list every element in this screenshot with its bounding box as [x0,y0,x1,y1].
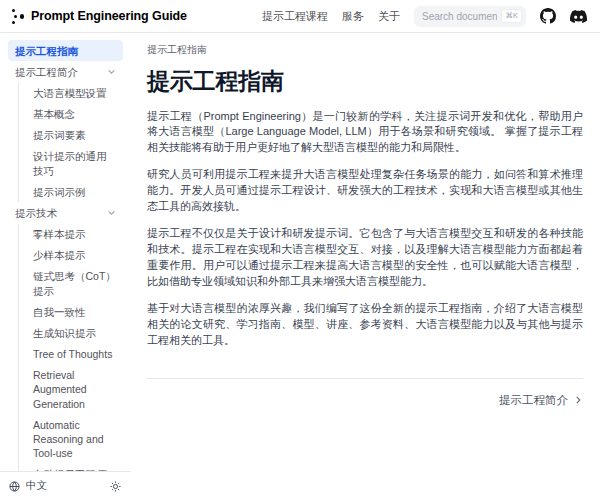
sidebar-item-fewshot[interactable]: 少样本提示 [28,245,123,266]
language-switcher[interactable]: 中文 [9,479,47,493]
search-shortcut-badge: ⌘K [501,9,522,23]
nav-item-services[interactable]: 服务 [342,9,364,24]
sidebar-section-intro-label: 提示工程简介 [15,65,78,79]
sidebar-section-techniques-label: 提示技术 [15,206,57,220]
sidebar-item-consistency[interactable]: 自我一致性 [28,301,123,322]
header-nav: 提示工程课程 服务 关于 ⌘K [262,6,587,27]
home-link[interactable]: Prompt Engineering Guide [11,8,187,24]
main-content: 提示工程指南 提示工程指南 提示工程（Prompt Engineering）是一… [131,33,600,500]
sidebar-item-guide[interactable]: 提示工程指南 [8,40,123,61]
nav-item-course[interactable]: 提示工程课程 [262,9,328,24]
sidebar: 提示工程指南 提示工程简介 大语言模型设置 基本概念 提示词要素 设计提示的通用… [0,33,131,500]
search-field[interactable] [422,11,497,22]
chevron-down-icon [107,67,116,76]
sidebar-section-intro[interactable]: 提示工程简介 [8,61,123,82]
sidebar-item-basics[interactable]: 基本概念 [28,104,123,125]
next-page-label: 提示工程简介 [499,393,568,408]
nav-item-about[interactable]: 关于 [378,9,400,24]
sidebar-item-tips[interactable]: 设计提示的通用技巧 [28,146,123,181]
sidebar-item-elements[interactable]: 提示词要素 [28,125,123,146]
pagination: 提示工程简介 [147,393,583,408]
sidebar-item-llm-settings[interactable]: 大语言模型设置 [28,82,123,103]
next-page-link[interactable]: 提示工程简介 [499,393,583,408]
theme-toggle[interactable] [110,481,121,492]
sidebar-section-techniques[interactable]: 提示技术 [8,202,123,223]
header: Prompt Engineering Guide 提示工程课程 服务 关于 ⌘K [0,0,600,33]
intro-paragraph-4: 基于对大语言模型的浓厚兴趣，我们编写了这份全新的提示工程指南，介绍了大语言模型相… [147,301,583,348]
sidebar-item-zeroshot[interactable]: 零样本提示 [28,224,123,245]
sidebar-nav: 提示工程指南 提示工程简介 大语言模型设置 基本概念 提示词要素 设计提示的通用… [0,33,131,471]
sidebar-item-art[interactable]: Automatic Reasoning and Tool-use [28,414,123,464]
app-window: Prompt Engineering Guide 提示工程课程 服务 关于 ⌘K… [0,0,600,500]
chevron-down-icon [107,208,116,217]
sidebar-item-ape[interactable]: 自动提示工程师 [28,464,123,471]
sidebar-group-intro: 大语言模型设置 基本概念 提示词要素 设计提示的通用技巧 提示词示例 [18,82,123,202]
github-icon[interactable] [540,8,556,24]
sidebar-item-cot[interactable]: 链式思考（CoT）提示 [28,266,123,301]
sidebar-item-knowledge[interactable]: 生成知识提示 [28,322,123,343]
discord-icon[interactable] [570,8,587,25]
page-title: 提示工程指南 [147,66,583,97]
search-input[interactable]: ⌘K [414,6,526,27]
sidebar-item-tot[interactable]: Tree of Thoughts [28,344,123,365]
logo-icon [11,8,24,24]
sidebar-group-techniques: 零样本提示 少样本提示 链式思考（CoT）提示 自我一致性 生成知识提示 Tre… [18,224,123,471]
language-label: 中文 [26,479,47,493]
intro-paragraph-3: 提示工程不仅仅是关于设计和研发提示词。它包含了与大语言模型交互和研发的各种技能和… [147,226,583,289]
intro-paragraph-1: 提示工程（Prompt Engineering）是一门较新的学科，关注提示词开发… [147,109,583,156]
brand-title: Prompt Engineering Guide [31,9,187,23]
sun-icon [110,481,121,492]
breadcrumb: 提示工程指南 [147,43,583,57]
globe-icon [9,481,20,492]
intro-paragraph-2: 研究人员可利用提示工程来提升大语言模型处理复杂任务场景的能力，如问答和算术推理能… [147,167,583,214]
content-divider [147,378,583,379]
chevron-right-icon [573,395,583,405]
sidebar-item-examples[interactable]: 提示词示例 [28,181,123,202]
sidebar-item-rag[interactable]: Retrieval Augmented Generation [28,365,123,415]
sidebar-footer: 中文 [0,471,131,500]
